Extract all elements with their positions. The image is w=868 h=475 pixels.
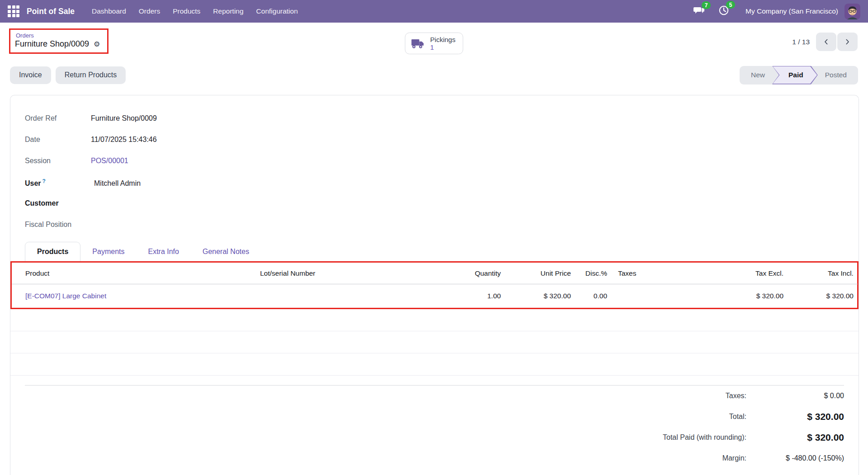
truck-icon (411, 38, 425, 49)
status-step-new[interactable]: New (740, 71, 776, 79)
status-step-posted[interactable]: Posted (814, 71, 858, 79)
page-title: Furniture Shop/0009 (15, 39, 89, 49)
breadcrumb-annotation-box: Orders Furniture Shop/0009 ⚙ (9, 28, 108, 54)
user-label: User? (25, 178, 91, 188)
activities-badge: 5 (726, 1, 735, 9)
app-name[interactable]: Point of Sale (27, 7, 75, 16)
discount-cell[interactable]: 0.00 (575, 284, 611, 308)
chevron-left-icon (822, 38, 830, 46)
total-line-taxes: Taxes: $ 0.00 (25, 386, 844, 406)
col-taxes: Taxes (611, 263, 715, 284)
field-fiscal-position: Fiscal Position (25, 221, 844, 234)
tab-general-notes[interactable]: General Notes (191, 242, 261, 261)
col-lot-serial: Lot/serial Number (256, 263, 450, 284)
session-link[interactable]: POS/00001 (91, 157, 128, 165)
customer-label: Customer (25, 199, 91, 207)
margin-value: $ -480.00 (-150%) (746, 454, 844, 462)
notebook-tabs: Products Payments Extra Info General Not… (25, 242, 844, 261)
empty-list-row (10, 331, 859, 353)
pickings-count: 1 (430, 43, 456, 51)
total-label: Total: (729, 413, 746, 421)
field-user: User? Mitchell Admin (25, 178, 844, 192)
tax-excl-cell[interactable]: $ 320.00 (715, 284, 787, 308)
quantity-cell[interactable]: 1.00 (450, 284, 504, 308)
tab-payments[interactable]: Payments (80, 242, 136, 261)
messages-badge: 7 (702, 1, 711, 9)
total-paid-label: Total Paid (with rounding): (663, 433, 746, 442)
status-bar: New Paid Posted (740, 66, 858, 85)
nav-item-configuration[interactable]: Configuration (250, 7, 304, 15)
total-line-total-paid: Total Paid (with rounding): $ 320.00 (25, 427, 844, 448)
breadcrumb: Furniture Shop/0009 ⚙ (15, 39, 100, 49)
field-session: Session POS/00001 (25, 157, 844, 170)
total-value: $ 320.00 (746, 411, 844, 422)
pager-previous-button[interactable] (816, 33, 836, 51)
col-unit-price: Unit Price (505, 263, 575, 284)
empty-list-row (10, 309, 859, 331)
help-icon[interactable]: ? (42, 178, 46, 184)
unit-price-cell[interactable]: $ 320.00 (505, 284, 575, 308)
products-table-annotation-box: Product Lot/serial Number Quantity Unit … (10, 261, 859, 309)
order-ref-value[interactable]: Furniture Shop/0009 (91, 114, 157, 122)
tab-products[interactable]: Products (25, 242, 80, 261)
company-menu[interactable]: My Company (San Francisco) (745, 7, 838, 15)
total-paid-value: $ 320.00 (746, 432, 844, 443)
top-navbar: Point of Sale Dashboard Orders Products … (0, 0, 868, 23)
control-panel: Orders Furniture Shop/0009 ⚙ Pickings 1 … (0, 23, 868, 61)
session-label: Session (25, 157, 91, 165)
chevron-right-icon (844, 38, 851, 46)
apps-grid-icon[interactable] (8, 5, 19, 17)
pager-next-button[interactable] (837, 33, 858, 51)
col-quantity: Quantity (450, 263, 504, 284)
nav-item-dashboard[interactable]: Dashboard (85, 7, 132, 15)
product-row[interactable]: [E-COM07] Large Cabinet 1.00 $ 320.00 0.… (12, 284, 857, 308)
gear-icon[interactable]: ⚙ (94, 40, 100, 48)
status-step-paid[interactable]: Paid (772, 66, 818, 85)
col-discount: Disc.% (575, 263, 611, 284)
user-avatar[interactable] (844, 4, 860, 19)
user-value[interactable]: Mitchell Admin (94, 179, 141, 188)
action-row: Invoice Return Products New Paid Posted (0, 61, 868, 89)
order-totals: Taxes: $ 0.00 Total: $ 320.00 Total Paid… (25, 385, 844, 469)
lot-serial-cell[interactable] (256, 284, 450, 308)
return-products-button[interactable]: Return Products (56, 66, 126, 84)
table-header-row: Product Lot/serial Number Quantity Unit … (12, 263, 857, 284)
pickings-smart-button[interactable]: Pickings 1 (405, 33, 463, 54)
breadcrumb-parent-link[interactable]: Orders (16, 32, 100, 39)
pickings-label: Pickings (430, 36, 456, 43)
order-ref-label: Order Ref (25, 114, 91, 122)
tab-extra-info[interactable]: Extra Info (136, 242, 190, 261)
pager: 1 / 13 (792, 33, 858, 51)
taxes-total-label: Taxes: (726, 392, 746, 400)
total-line-total: Total: $ 320.00 (25, 406, 844, 427)
form-sheet: Order Ref Furniture Shop/0009 Date 11/07… (10, 95, 859, 475)
col-product: Product (12, 263, 256, 284)
product-link[interactable]: [E-COM07] Large Cabinet (12, 284, 256, 308)
margin-label: Margin: (722, 454, 746, 462)
pager-position[interactable]: 1 / 13 (792, 38, 810, 46)
col-tax-excl: Tax Excl. (715, 263, 787, 284)
taxes-total-value: $ 0.00 (746, 392, 844, 400)
nav-item-products[interactable]: Products (166, 7, 207, 15)
date-value[interactable]: 11/07/2025 15:43:46 (91, 136, 157, 144)
activities-menu[interactable]: 5 (718, 5, 729, 18)
tax-incl-cell[interactable]: $ 320.00 (787, 284, 857, 308)
invoice-button[interactable]: Invoice (10, 66, 51, 84)
field-customer: Customer (25, 199, 844, 213)
field-date: Date 11/07/2025 15:43:46 (25, 136, 844, 149)
total-line-margin: Margin: $ -480.00 (-150%) (25, 448, 844, 469)
date-label: Date (25, 136, 91, 144)
products-table: Product Lot/serial Number Quantity Unit … (12, 263, 857, 308)
nav-item-orders[interactable]: Orders (132, 7, 166, 15)
col-tax-incl: Tax Incl. (787, 263, 857, 284)
messages-menu[interactable]: 7 (693, 5, 705, 17)
empty-list-row (10, 353, 859, 376)
taxes-cell[interactable] (611, 284, 715, 308)
nav-item-reporting[interactable]: Reporting (207, 7, 250, 15)
field-order-ref: Order Ref Furniture Shop/0009 (25, 114, 844, 128)
fiscal-position-label: Fiscal Position (25, 221, 91, 229)
